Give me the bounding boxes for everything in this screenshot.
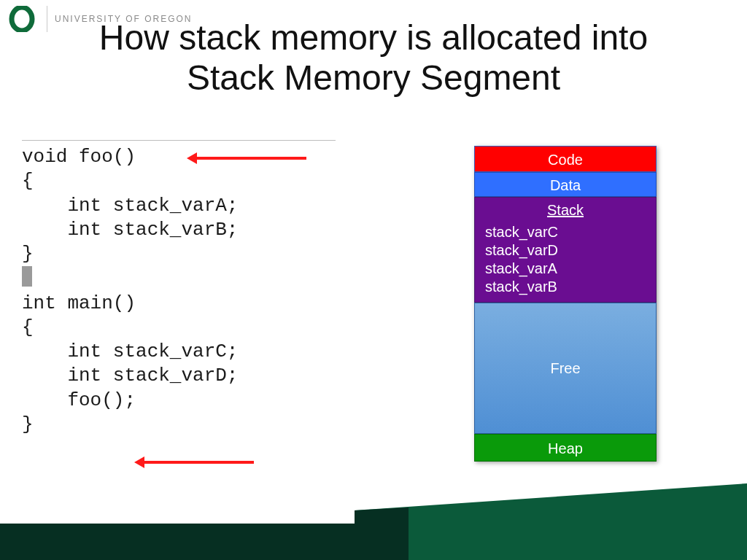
segment-data: Data bbox=[474, 172, 657, 197]
footer-shape-icon bbox=[0, 480, 747, 560]
free-label: Free bbox=[550, 360, 580, 377]
memory-diagram: Code Data Stack stack_varC stack_varD st… bbox=[474, 146, 657, 462]
code-block: void foo() { int stack_varA; int stack_v… bbox=[22, 140, 336, 437]
code-l2: { bbox=[22, 170, 34, 192]
code-l7: { bbox=[22, 316, 34, 338]
stack-variables: stack_varC stack_varD stack_varA stack_v… bbox=[475, 223, 656, 296]
stack-var: stack_varD bbox=[485, 241, 646, 260]
code-l4: int stack_varB; bbox=[22, 219, 238, 241]
stack-var: stack_varB bbox=[485, 278, 646, 296]
segment-code: Code bbox=[474, 146, 657, 172]
stack-var: stack_varC bbox=[485, 223, 646, 241]
slide-title: How stack memory is allocated into Stack… bbox=[0, 18, 747, 98]
title-line-2: Stack Memory Segment bbox=[187, 58, 560, 97]
code-l10: foo(); bbox=[22, 389, 136, 411]
segment-heap: Heap bbox=[474, 434, 657, 462]
arrow-left-icon bbox=[197, 157, 306, 160]
code-l6: int main() bbox=[22, 292, 136, 314]
stack-header: Stack bbox=[475, 198, 656, 223]
segment-free: Free bbox=[474, 303, 657, 434]
slide: UNIVERSITY OF OREGON How stack memory is… bbox=[0, 0, 747, 560]
code-l11: } bbox=[22, 413, 34, 435]
title-line-1: How stack memory is allocated into bbox=[99, 18, 648, 57]
text-cursor-icon bbox=[22, 266, 32, 287]
code-l3: int stack_varA; bbox=[22, 195, 238, 217]
segment-stack: Stack stack_varC stack_varD stack_varA s… bbox=[474, 197, 657, 303]
code-l1: void foo() bbox=[22, 146, 136, 168]
code-l8: int stack_varC; bbox=[22, 341, 238, 362]
arrow-left-icon bbox=[144, 461, 254, 464]
code-l9: int stack_varD; bbox=[22, 365, 238, 386]
svg-marker-2 bbox=[0, 508, 409, 560]
code-l5: } bbox=[22, 243, 34, 265]
stack-var: stack_varA bbox=[485, 260, 646, 278]
